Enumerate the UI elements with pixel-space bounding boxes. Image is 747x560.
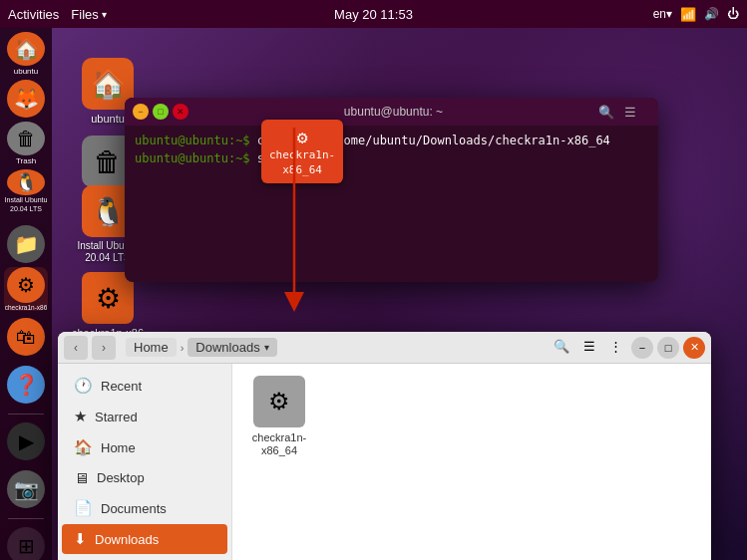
network-icon: 📶 bbox=[680, 7, 696, 22]
starred-icon: ★ bbox=[74, 408, 87, 425]
files-minimize-btn[interactable]: − bbox=[631, 337, 653, 359]
sidebar-item-starred[interactable]: ★ Starred bbox=[62, 402, 227, 431]
checkra1n-file-label: checkra1n- x86_64 bbox=[244, 431, 314, 457]
power-icon[interactable]: ⏻ bbox=[727, 7, 739, 21]
files-home-btn[interactable]: Home bbox=[126, 338, 177, 357]
checkra1n-popup: ⚙ checkra1n- x86_64 bbox=[261, 120, 343, 183]
sidebar-item-recent[interactable]: 🕐 Recent bbox=[62, 371, 227, 401]
files-body: 🕐 Recent ★ Starred 🏠 Home 🖥 Desktop 📄 bbox=[58, 364, 711, 560]
help-icon: ❓ bbox=[7, 366, 45, 404]
desktop-icon-sidebar: 🖥 bbox=[74, 469, 89, 486]
top-bar-left: Activities Files ▾ bbox=[8, 7, 107, 22]
checkra1n-dock-icon: ⚙ bbox=[7, 267, 45, 303]
top-bar-right: en▾ 📶 🔊 ⏻ bbox=[653, 7, 739, 22]
terminal-titlebar: − □ ✕ ubuntu@ubuntu: ~ 🔍 ☰ bbox=[125, 98, 658, 126]
files-menu-btn[interactable]: ⋮ bbox=[604, 337, 627, 359]
downloads-icon: ⬇ bbox=[74, 530, 87, 548]
downloads-chevron: ▾ bbox=[264, 342, 269, 353]
dock-item-help[interactable]: ❓ bbox=[4, 363, 48, 407]
terminal-title: ubuntu@ubuntu: ~ bbox=[188, 105, 598, 119]
home-label: Home bbox=[101, 440, 136, 455]
sidebar-item-documents[interactable]: 📄 Documents bbox=[62, 493, 227, 523]
recent-icon: 🕐 bbox=[74, 377, 93, 395]
sidebar-item-home[interactable]: 🏠 Home bbox=[62, 432, 227, 462]
dock-item-install[interactable]: 🐧 Install Ubuntu20.04 LTS bbox=[4, 169, 48, 213]
dock-item-firefox[interactable]: 🦊 bbox=[4, 80, 48, 118]
dock-item-camera[interactable]: 📷 bbox=[4, 467, 48, 511]
files-label: Files bbox=[71, 7, 98, 22]
dock-item-ubuntu[interactable]: 🏠 ubuntu bbox=[4, 32, 48, 76]
dock-label-install: Install Ubuntu20.04 LTS bbox=[5, 196, 48, 213]
trash-icon: 🗑 bbox=[7, 122, 45, 155]
file-checkra1n[interactable]: ⚙ checkra1n- x86_64 bbox=[244, 376, 314, 457]
documents-label: Documents bbox=[101, 501, 167, 516]
terminal-line-1: ubuntu@ubuntu:~$ chmod +x ~/home/ubuntu/… bbox=[135, 132, 648, 149]
path-chevron: › bbox=[181, 342, 185, 354]
files-dock-icon: 📁 bbox=[7, 225, 45, 263]
dock-item-checkra1n[interactable]: ⚙ checkra1n-x86 bbox=[4, 267, 48, 311]
terminal-prompt-2: ubuntu@ubuntu:~$ bbox=[135, 151, 250, 165]
terminal-menu-icon[interactable]: ☰ bbox=[624, 105, 636, 120]
terminal-line-2: ubuntu@ubuntu:~$ sudo bbox=[135, 149, 648, 167]
files-content: ⚙ checkra1n- x86_64 bbox=[232, 364, 711, 560]
files-forward-btn[interactable]: › bbox=[92, 336, 116, 360]
files-menu[interactable]: Files ▾ bbox=[71, 7, 106, 22]
dock-item-trash[interactable]: 🗑 Trash bbox=[4, 122, 48, 165]
checkra1n-desktop-icon: ⚙ bbox=[82, 272, 134, 324]
downloads-label: Downloads bbox=[195, 340, 259, 355]
files-path-bar: Home › Downloads ▾ bbox=[126, 338, 539, 357]
dock-separator-2 bbox=[8, 414, 44, 415]
terminal-close-btn[interactable]: ✕ bbox=[173, 104, 188, 120]
dock: 🏠 ubuntu 🦊 🗑 Trash 🐧 Install Ubuntu20.04… bbox=[0, 28, 52, 560]
popup-icon: ⚙ bbox=[269, 126, 335, 148]
desktop-icon-checkra1n[interactable]: ⚙ checkra1n-x86 bbox=[68, 272, 148, 340]
popup-text: checkra1n- x86_64 bbox=[269, 148, 335, 175]
files-close-btn[interactable]: ✕ bbox=[683, 337, 705, 359]
dock-label-trash: Trash bbox=[16, 156, 36, 165]
files-search-btn[interactable]: 🔍 bbox=[549, 337, 574, 359]
camera-icon: 📷 bbox=[7, 470, 45, 508]
top-bar: Activities Files ▾ May 20 11:53 en▾ 📶 🔊 … bbox=[0, 0, 747, 28]
activities-button[interactable]: Activities bbox=[8, 7, 59, 22]
files-maximize-btn[interactable]: □ bbox=[657, 337, 679, 359]
files-controls: 🔍 ☰ ⋮ − □ ✕ bbox=[549, 337, 705, 359]
dock-separator-3 bbox=[8, 518, 44, 519]
files-downloads-btn[interactable]: Downloads ▾ bbox=[187, 338, 276, 357]
sidebar-item-downloads[interactable]: ⬇ Downloads bbox=[62, 524, 227, 554]
grid-icon: ⊞ bbox=[7, 527, 45, 560]
terminal-window-controls: − □ ✕ bbox=[133, 104, 188, 120]
dock-item-software[interactable]: 🛍 bbox=[4, 315, 48, 359]
terminal-maximize-btn[interactable]: □ bbox=[153, 104, 169, 120]
terminal-prompt-1: ubuntu@ubuntu:~$ bbox=[135, 134, 250, 147]
files-chevron: ▾ bbox=[102, 9, 107, 20]
files-titlebar: ‹ › Home › Downloads ▾ 🔍 ☰ ⋮ − □ ✕ bbox=[58, 332, 711, 364]
desktop-label: Desktop bbox=[97, 470, 145, 485]
files-back-btn[interactable]: ‹ bbox=[64, 336, 88, 360]
dock-item-terminal[interactable]: ▶ bbox=[4, 420, 48, 463]
sidebar-item-desktop[interactable]: 🖥 Desktop bbox=[62, 463, 227, 492]
files-view-btn[interactable]: ☰ bbox=[578, 337, 600, 359]
dock-bottom: 🛍 ❓ ▶ 📷 ⊞ bbox=[4, 315, 48, 560]
install-icon: 🐧 bbox=[7, 169, 45, 195]
checkra1n-file-icon: ⚙ bbox=[253, 376, 305, 427]
home-icon: 🏠 bbox=[74, 438, 93, 456]
locale-indicator[interactable]: en▾ bbox=[653, 7, 672, 21]
dock-item-grid[interactable]: ⊞ bbox=[4, 524, 48, 560]
files-window: ‹ › Home › Downloads ▾ 🔍 ☰ ⋮ − □ ✕ bbox=[58, 332, 711, 560]
dock-label-ubuntu: ubuntu bbox=[14, 67, 38, 76]
datetime: May 20 11:53 bbox=[334, 7, 413, 22]
dock-label-checkra1n: checkra1n-x86 bbox=[5, 304, 48, 311]
terminal-title-spacer: 🔍 ☰ bbox=[598, 103, 650, 121]
terminal-window: − □ ✕ ubuntu@ubuntu: ~ 🔍 ☰ ubuntu@ubuntu… bbox=[125, 98, 658, 282]
terminal-minimize-btn[interactable]: − bbox=[133, 104, 149, 120]
files-sidebar: 🕐 Recent ★ Starred 🏠 Home 🖥 Desktop 📄 bbox=[58, 364, 232, 560]
terminal-search-icon[interactable]: 🔍 bbox=[598, 105, 614, 120]
sidebar-item-music[interactable]: ♪ Music bbox=[62, 555, 227, 560]
recent-label: Recent bbox=[101, 379, 142, 394]
dock-item-files[interactable]: 📁 bbox=[4, 225, 48, 263]
terminal-body: ubuntu@ubuntu:~$ chmod +x ~/home/ubuntu/… bbox=[125, 126, 658, 282]
starred-label: Starred bbox=[95, 410, 138, 424]
firefox-icon: 🦊 bbox=[7, 80, 45, 118]
sound-icon[interactable]: 🔊 bbox=[704, 7, 719, 21]
software-icon: 🛍 bbox=[7, 318, 45, 356]
